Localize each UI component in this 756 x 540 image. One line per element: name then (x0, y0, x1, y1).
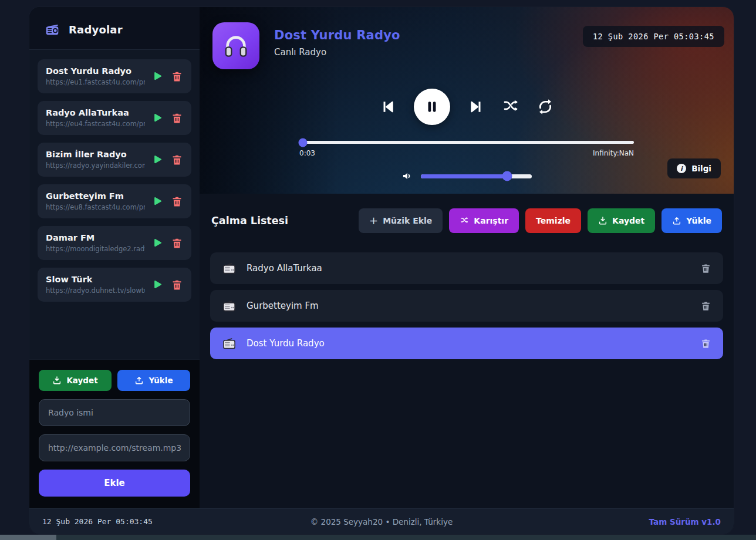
radio-url-input[interactable] (39, 434, 190, 461)
content-row: Radyolar Dost Yurdu Radyo https://eu1.fa… (29, 7, 734, 508)
horizontal-scrollbar-thumb[interactable] (0, 535, 56, 540)
upload-icon (672, 216, 681, 225)
info-icon: i (677, 164, 686, 173)
duration: Infinity:NaN (593, 149, 634, 157)
main-area: Dost Yurdu Radyo Canlı Radyo 12 Şub 2026… (200, 7, 734, 508)
progress-thumb[interactable] (298, 138, 307, 147)
volume-fill (421, 174, 507, 178)
play-station-button[interactable] (151, 195, 163, 208)
station-card[interactable]: Dost Yurdu Radyo https://eu1.fastcast4u.… (38, 59, 191, 93)
station-name: Bizim İller Radyo (46, 150, 145, 159)
volume-section (401, 170, 532, 182)
footer-copyright: © 2025 Seyyah20 • Denizli, Türkiye (207, 517, 556, 526)
station-card[interactable]: Bizim İller Radyo https://radyo.yayindak… (38, 143, 191, 177)
remove-from-playlist-button[interactable] (700, 338, 711, 349)
sidebar: Radyolar Dost Yurdu Radyo https://eu1.fa… (29, 7, 200, 508)
volume-icon (401, 170, 413, 182)
shuffle-playlist-button[interactable]: Karıştır (449, 208, 519, 233)
station-url: https://eu1.fastcast4u.com/prox... (46, 78, 145, 86)
station-url: https://eu8.fastcast4u.com/prox... (46, 203, 145, 211)
pause-icon (424, 99, 440, 114)
delete-station-button[interactable] (171, 112, 183, 124)
radio-name-input[interactable] (39, 399, 190, 426)
radio-set-icon (222, 261, 237, 276)
footer: 12 Şub 2026 Per 05:03:45 © 2025 Seyyah20… (29, 508, 734, 534)
play-station-button[interactable] (151, 112, 163, 124)
next-button[interactable] (467, 98, 485, 116)
station-name: Dost Yurdu Radyo (46, 66, 145, 76)
footer-version: Tam Sürüm v1.0 (556, 517, 721, 526)
radio-set-icon (222, 299, 237, 313)
station-url: https://radyo.duhnet.tv/slowturk... (46, 286, 145, 295)
playlist-item-name: Radyo AllaTurkaa (247, 263, 322, 274)
delete-station-button[interactable] (171, 70, 183, 83)
radio-icon (45, 22, 60, 37)
playlist-title: Çalma Listesi (211, 215, 288, 227)
load-stations-button[interactable]: Yükle (117, 370, 190, 391)
shuffle-button[interactable] (502, 98, 519, 116)
progress-section: 0:03 Infinity:NaN (299, 141, 634, 157)
radio-set-icon (222, 336, 237, 351)
station-card[interactable]: Damar FM https://moondigitaledge2.radyo.… (38, 226, 191, 260)
upload-icon (134, 376, 144, 385)
station-card[interactable]: Slow Türk https://radyo.duhnet.tv/slowtu… (38, 268, 191, 302)
sidebar-title: Radyolar (69, 23, 123, 36)
download-icon (52, 376, 62, 385)
remove-from-playlist-button[interactable] (700, 301, 711, 312)
playlist: Radyo AllaTurkaa Gurbetteyim Fm Dost Yur… (200, 245, 734, 366)
now-playing-subtitle: Canlı Radyo (274, 47, 400, 58)
download-icon (598, 216, 608, 225)
delete-station-button[interactable] (171, 154, 183, 166)
volume-slider[interactable] (421, 174, 532, 178)
station-list: Dost Yurdu Radyo https://eu1.fastcast4u.… (29, 50, 200, 359)
save-playlist-button[interactable]: Kaydet (588, 208, 655, 233)
info-button[interactable]: i Bilgi (667, 158, 721, 178)
playlist-item[interactable]: Radyo AllaTurkaa (210, 252, 723, 284)
horizontal-scrollbar[interactable] (0, 535, 756, 540)
remove-from-playlist-button[interactable] (700, 263, 711, 274)
add-music-button[interactable]: + Müzik Ekle (359, 208, 443, 233)
station-card[interactable]: Radyo AllaTurkaa https://eu4.fastcast4u.… (38, 101, 191, 135)
play-pause-button[interactable] (414, 89, 450, 125)
player-hero: Dost Yurdu Radyo Canlı Radyo 12 Şub 2026… (200, 7, 734, 194)
station-url: https://radyo.yayindakiler.com:4... (46, 161, 145, 170)
progress-bar[interactable] (299, 141, 634, 144)
play-station-button[interactable] (151, 70, 163, 83)
previous-button[interactable] (379, 98, 397, 116)
datetime-badge: 12 Şub 2026 Per 05:03:45 (583, 26, 724, 47)
playlist-item-name: Gurbetteyim Fm (247, 301, 319, 311)
delete-station-button[interactable] (171, 279, 183, 291)
station-name: Slow Türk (46, 275, 145, 284)
save-stations-button[interactable]: Kaydet (39, 370, 112, 391)
player-controls (200, 89, 734, 125)
play-station-button[interactable] (151, 154, 163, 166)
playlist-item-active[interactable]: Dost Yurdu Radyo (210, 328, 723, 359)
load-playlist-button[interactable]: Yükle (662, 208, 722, 233)
station-url: https://moondigitaledge2.radyo... (46, 245, 145, 253)
app-window: Radyolar Dost Yurdu Radyo https://eu1.fa… (29, 7, 734, 534)
plus-icon: + (369, 215, 378, 226)
station-name: Damar FM (46, 233, 145, 242)
repeat-button[interactable] (536, 98, 554, 116)
playlist-header: Çalma Listesi + Müzik Ekle Karıştır Temi… (200, 194, 734, 245)
delete-station-button[interactable] (171, 195, 183, 208)
delete-station-button[interactable] (171, 237, 183, 249)
sidebar-header: Radyolar (29, 7, 200, 50)
play-station-button[interactable] (151, 279, 163, 291)
clear-playlist-button[interactable]: Temizle (525, 208, 581, 233)
station-name: Gurbetteyim Fm (46, 191, 145, 201)
current-time: 0:03 (299, 149, 315, 157)
station-url: https://eu4.fastcast4u.com/prox... (46, 120, 145, 128)
volume-thumb[interactable] (502, 171, 512, 181)
station-artwork (212, 22, 259, 69)
playlist-item[interactable]: Gurbetteyim Fm (210, 290, 723, 322)
station-card[interactable]: Gurbetteyim Fm https://eu8.fastcast4u.co… (38, 184, 191, 218)
footer-datetime: 12 Şub 2026 Per 05:03:45 (42, 517, 207, 526)
headphones-icon (222, 32, 249, 59)
playlist-item-name: Dost Yurdu Radyo (247, 338, 325, 349)
sidebar-bottom-panel: Kaydet Yükle Ekle (29, 359, 200, 508)
play-station-button[interactable] (151, 237, 163, 249)
station-name: Radyo AllaTurkaa (46, 108, 145, 117)
now-playing-title: Dost Yurdu Radyo (274, 28, 400, 42)
add-radio-button[interactable]: Ekle (39, 470, 190, 497)
